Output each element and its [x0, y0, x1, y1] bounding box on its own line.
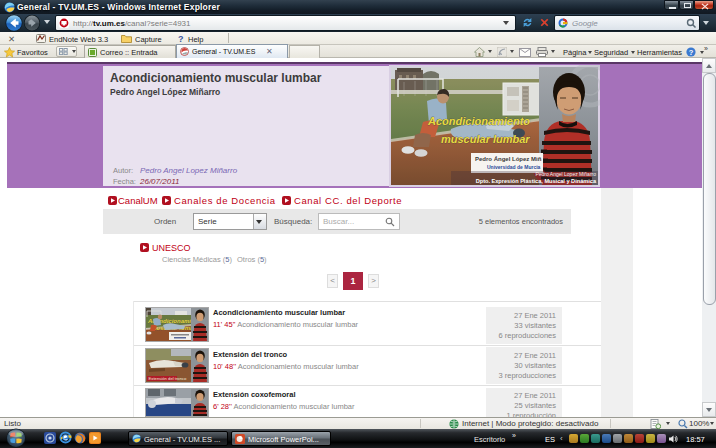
svg-text:muscular lumbar: muscular lumbar — [441, 133, 530, 145]
svg-text:Extensión del tronco: Extensión del tronco — [149, 376, 188, 381]
svg-text:Dpto. Expresión Plástica, Musi: Dpto. Expresión Plástica, Musical y Diná… — [476, 178, 597, 184]
svg-text:Acondicionamiento: Acondicionamiento — [427, 115, 530, 127]
svg-text:?: ? — [689, 47, 694, 56]
svg-text:Pedro Angel Lopez Miñarro: Pedro Angel Lopez Miñarro — [535, 171, 596, 177]
svg-text:Pedro Ángel López Miñ: Pedro Ángel López Miñ — [475, 156, 542, 162]
svg-text:Universidad de Murcia: Universidad de Murcia — [487, 164, 541, 170]
